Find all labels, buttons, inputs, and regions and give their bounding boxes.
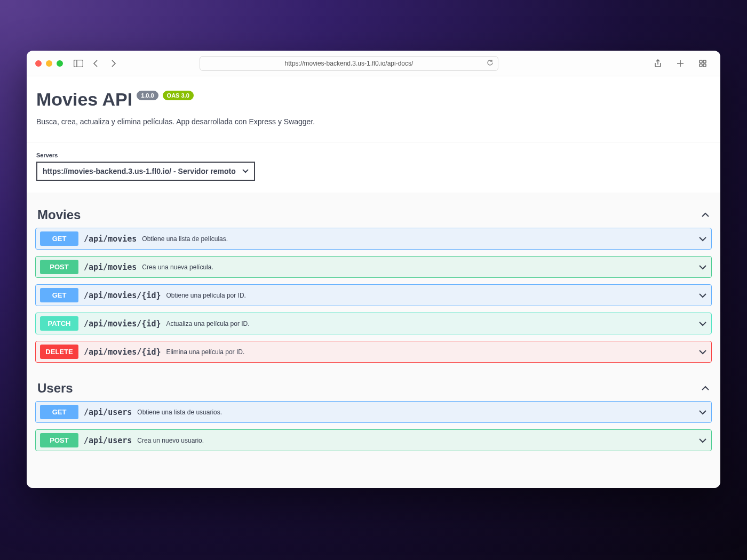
operation-path: /api/movies	[84, 234, 137, 244]
server-select-value: https://movies-backend.3.us-1.fl0.io/ - …	[43, 167, 236, 175]
servers-section: Servers https://movies-backend.3.us-1.fl…	[27, 142, 720, 193]
sidebar-toggle-icon[interactable]	[73, 58, 84, 69]
titlebar: https://movies-backend.3.us-1.fl0.io/api…	[27, 51, 720, 76]
reload-icon[interactable]	[487, 59, 494, 68]
chevron-down-icon	[698, 265, 707, 270]
chevron-down-icon	[698, 321, 707, 326]
tag-header[interactable]: Movies	[35, 207, 712, 228]
tags-container: MoviesGET/api/moviesObtiene una lista de…	[27, 193, 720, 476]
chevron-down-icon	[698, 438, 707, 443]
tag-section: UsersGET/api/usersObtiene una lista de u…	[35, 371, 712, 460]
svg-rect-4	[700, 60, 702, 63]
operation-summary: Crea un nuevo usuario.	[137, 437, 204, 444]
operation-path: /api/movies/{id}	[84, 291, 161, 300]
method-badge: POST	[40, 260, 78, 274]
chevron-up-icon	[701, 386, 710, 391]
operation-row[interactable]: POST/api/moviesCrea una nueva película.	[35, 256, 712, 278]
operation-path: /api/users	[84, 436, 132, 445]
svg-rect-5	[703, 60, 706, 63]
operation-row[interactable]: POST/api/usersCrea un nuevo usuario.	[35, 429, 712, 451]
minimize-window-button[interactable]	[46, 60, 52, 67]
operation-path: /api/movies/{id}	[84, 319, 161, 329]
method-badge: PATCH	[40, 316, 78, 331]
server-select[interactable]: https://movies-backend.3.us-1.fl0.io/ - …	[36, 162, 255, 181]
version-badge: 1.0.0	[137, 91, 158, 100]
operation-summary: Elimina una película por ID.	[166, 348, 245, 356]
method-badge: GET	[40, 231, 78, 246]
svg-rect-0	[74, 60, 83, 67]
operation-summary: Actualiza una película por ID.	[166, 320, 250, 327]
api-title: Movies API	[36, 89, 132, 110]
tab-overview-icon[interactable]	[697, 58, 709, 69]
method-badge: GET	[40, 405, 78, 419]
chevron-down-icon	[698, 293, 707, 298]
oas-badge: OAS 3.0	[163, 91, 194, 100]
tag-name: Users	[37, 381, 73, 396]
operation-path: /api/movies	[84, 262, 137, 272]
operation-summary: Crea una nueva película.	[142, 263, 213, 271]
page-content: Movies API 1.0.0 OAS 3.0 Busca, crea, ac…	[27, 76, 720, 488]
method-badge: POST	[40, 433, 78, 447]
operation-summary: Obtiene una lista de usuarios.	[137, 409, 222, 416]
svg-rect-6	[700, 64, 702, 67]
tag-section: MoviesGET/api/moviesObtiene una lista de…	[35, 198, 712, 371]
servers-label: Servers	[36, 152, 711, 158]
method-badge: GET	[40, 288, 78, 302]
url-text: https://movies-backend.3.us-1.fl0.io/api…	[205, 60, 492, 67]
maximize-window-button[interactable]	[57, 60, 63, 67]
operation-summary: Obtiene una película por ID.	[166, 292, 246, 299]
tag-name: Movies	[37, 207, 81, 222]
forward-button-icon[interactable]	[108, 58, 120, 69]
operation-row[interactable]: PATCH/api/movies/{id}Actualiza una pelíc…	[35, 313, 712, 334]
url-bar[interactable]: https://movies-backend.3.us-1.fl0.io/api…	[200, 56, 498, 71]
method-badge: DELETE	[40, 345, 78, 359]
browser-window: https://movies-backend.3.us-1.fl0.io/api…	[27, 51, 720, 488]
svg-rect-7	[703, 64, 706, 67]
chevron-down-icon	[698, 236, 707, 242]
new-tab-icon[interactable]	[674, 58, 686, 69]
chevron-up-icon	[701, 212, 710, 218]
operation-row[interactable]: GET/api/usersObtiene una lista de usuari…	[35, 401, 712, 423]
operation-row[interactable]: GET/api/movies/{id}Obtiene una película …	[35, 284, 712, 306]
api-header: Movies API 1.0.0 OAS 3.0 Busca, crea, ac…	[27, 76, 720, 142]
operation-path: /api/users	[84, 407, 132, 417]
tag-header[interactable]: Users	[35, 381, 712, 401]
share-icon[interactable]	[652, 58, 664, 69]
operation-summary: Obtiene una lista de películas.	[142, 235, 228, 243]
titlebar-right	[652, 58, 712, 69]
operation-row[interactable]: GET/api/moviesObtiene una lista de pelíc…	[35, 228, 712, 250]
nav-buttons	[90, 58, 123, 69]
traffic-lights	[35, 60, 63, 67]
operation-path: /api/movies/{id}	[84, 347, 161, 357]
operation-row[interactable]: DELETE/api/movies/{id}Elimina una pelícu…	[35, 341, 712, 363]
chevron-down-icon	[242, 169, 249, 173]
close-window-button[interactable]	[35, 60, 42, 67]
api-description: Busca, crea, actualiza y elimina películ…	[36, 117, 711, 126]
chevron-down-icon	[698, 410, 707, 415]
back-button-icon[interactable]	[90, 58, 101, 69]
chevron-down-icon	[698, 349, 707, 355]
